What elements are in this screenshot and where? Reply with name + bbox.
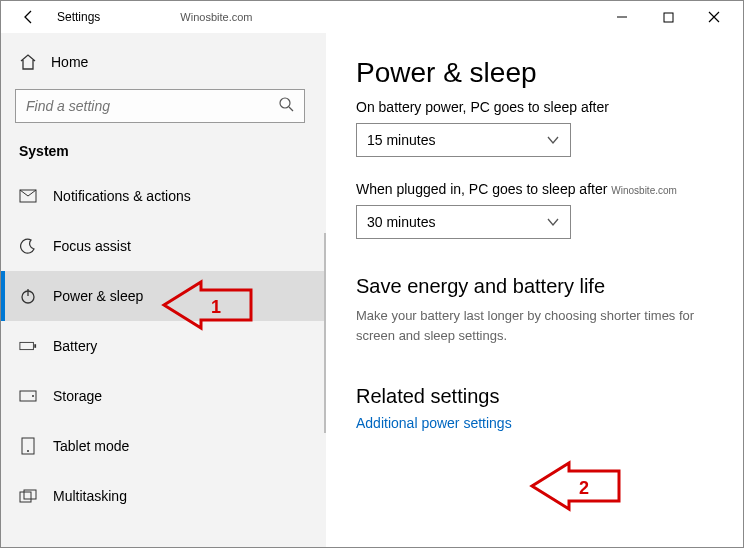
minimize-button[interactable]: [599, 1, 645, 33]
svg-point-2: [280, 98, 290, 108]
maximize-button[interactable]: [645, 1, 691, 33]
nav-label: Multitasking: [53, 488, 127, 504]
related-heading: Related settings: [356, 385, 713, 408]
nav-label: Notifications & actions: [53, 188, 191, 204]
battery-sleep-label: On battery power, PC goes to sleep after: [356, 99, 713, 115]
nav-item-tablet-mode[interactable]: Tablet mode: [1, 421, 326, 471]
nav-label: Power & sleep: [53, 288, 143, 304]
notifications-icon: [19, 189, 37, 203]
search-input[interactable]: [26, 98, 278, 114]
close-button[interactable]: [691, 1, 737, 33]
plugged-sleep-value: 30 minutes: [367, 214, 435, 230]
battery-sleep-dropdown[interactable]: 15 minutes: [356, 123, 571, 157]
save-energy-heading: Save energy and battery life: [356, 275, 713, 298]
tablet-icon: [19, 437, 37, 455]
nav-label: Focus assist: [53, 238, 131, 254]
plugged-sleep-label-text: When plugged in, PC goes to sleep after: [356, 181, 607, 197]
battery-icon: [19, 340, 37, 352]
power-icon: [19, 288, 37, 304]
nav-label: Tablet mode: [53, 438, 129, 454]
page-heading: Power & sleep: [356, 57, 713, 89]
nav-label: Battery: [53, 338, 97, 354]
svg-text:2: 2: [579, 478, 589, 498]
titlebar: Settings Winosbite.com: [1, 1, 743, 33]
nav-item-notifications[interactable]: Notifications & actions: [1, 171, 326, 221]
search-box[interactable]: [15, 89, 305, 123]
battery-sleep-value: 15 minutes: [367, 132, 435, 148]
sidebar-home[interactable]: Home: [15, 47, 312, 89]
window-title: Settings: [57, 10, 100, 24]
section-label: System: [19, 143, 308, 159]
multitasking-icon: [19, 489, 37, 503]
svg-rect-8: [34, 344, 36, 348]
svg-rect-13: [20, 492, 31, 502]
save-energy-desc: Make your battery last longer by choosin…: [356, 306, 713, 345]
watermark-title: Winosbite.com: [180, 11, 252, 23]
chevron-down-icon: [546, 214, 560, 230]
back-button[interactable]: [7, 9, 51, 25]
svg-line-3: [289, 107, 293, 111]
nav-item-power-sleep[interactable]: Power & sleep: [1, 271, 326, 321]
nav-item-focus-assist[interactable]: Focus assist: [1, 221, 326, 271]
chevron-down-icon: [546, 132, 560, 148]
storage-icon: [19, 390, 37, 402]
search-icon: [278, 96, 294, 116]
nav-label: Storage: [53, 388, 102, 404]
additional-power-settings-link[interactable]: Additional power settings: [356, 415, 512, 431]
annotation-arrow-2: 2: [524, 461, 624, 515]
plugged-sleep-label: When plugged in, PC goes to sleep after …: [356, 181, 713, 197]
svg-rect-1: [664, 13, 673, 22]
sidebar: Home System Notifications & actions: [1, 33, 326, 547]
plugged-sleep-dropdown[interactable]: 30 minutes: [356, 205, 571, 239]
home-icon: [19, 53, 37, 71]
nav-item-battery[interactable]: Battery: [1, 321, 326, 371]
nav-list: Notifications & actions Focus assist Pow…: [1, 171, 326, 521]
svg-rect-14: [24, 490, 36, 499]
home-label: Home: [51, 54, 88, 70]
main-panel: Power & sleep On battery power, PC goes …: [326, 33, 743, 547]
svg-point-12: [27, 450, 29, 452]
nav-item-storage[interactable]: Storage: [1, 371, 326, 421]
svg-point-10: [32, 395, 34, 397]
svg-rect-7: [20, 342, 34, 349]
nav-item-multitasking[interactable]: Multitasking: [1, 471, 326, 521]
watermark-inline: Winosbite.com: [611, 185, 677, 196]
moon-icon: [19, 238, 37, 254]
